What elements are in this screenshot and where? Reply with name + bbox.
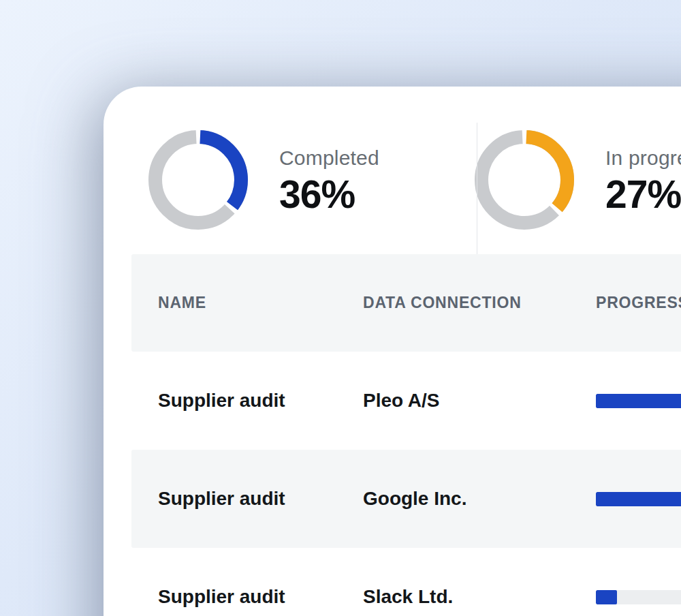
progress-bar-fill <box>596 492 681 506</box>
summary-divider <box>477 123 477 254</box>
table-body: Supplier audit Pleo A/S Supplier audit G… <box>131 352 681 616</box>
in-progress-donut-chart <box>475 130 574 230</box>
row-data-connection: Google Inc. <box>363 488 596 510</box>
table-row[interactable]: Supplier audit Google Inc. <box>131 450 681 548</box>
column-header-data-connection: DATA CONNECTION <box>363 294 596 312</box>
column-header-name: NAME <box>158 294 363 312</box>
summary-card-in-progress: In progress 27% <box>449 106 681 254</box>
in-progress-percent: 27% <box>605 175 681 214</box>
column-header-progress: PROGRESS <box>596 294 681 312</box>
row-name: Supplier audit <box>158 586 363 608</box>
completed-donut-chart <box>148 130 248 230</box>
row-name: Supplier audit <box>158 488 363 510</box>
progress-bar-fill <box>596 394 681 408</box>
summary-card-completed: Completed 36% <box>131 106 449 254</box>
summary-section: Completed 36% In progress 27% <box>131 87 681 254</box>
row-data-connection: Slack Ltd. <box>363 586 596 608</box>
progress-bar-track <box>596 590 681 604</box>
table-row[interactable]: Supplier audit Pleo A/S <box>131 352 681 450</box>
page-background: { "summary": { "divider_color": "#e3e6e9… <box>0 0 681 616</box>
row-data-connection: Pleo A/S <box>363 390 596 412</box>
dashboard-card: Completed 36% In progress 27% NAME <box>104 87 681 616</box>
table-row[interactable]: Supplier audit Slack Ltd. <box>131 548 681 616</box>
progress-bar-fill <box>596 590 617 604</box>
completed-percent: 36% <box>279 175 379 214</box>
audits-table: NAME DATA CONNECTION PROGRESS Supplier a… <box>131 254 681 616</box>
completed-label: Completed <box>279 147 379 170</box>
row-name: Supplier audit <box>158 390 363 412</box>
progress-bar-track <box>596 492 681 506</box>
in-progress-label: In progress <box>605 147 681 170</box>
table-header-row: NAME DATA CONNECTION PROGRESS <box>131 254 681 352</box>
progress-bar-track <box>596 394 681 408</box>
